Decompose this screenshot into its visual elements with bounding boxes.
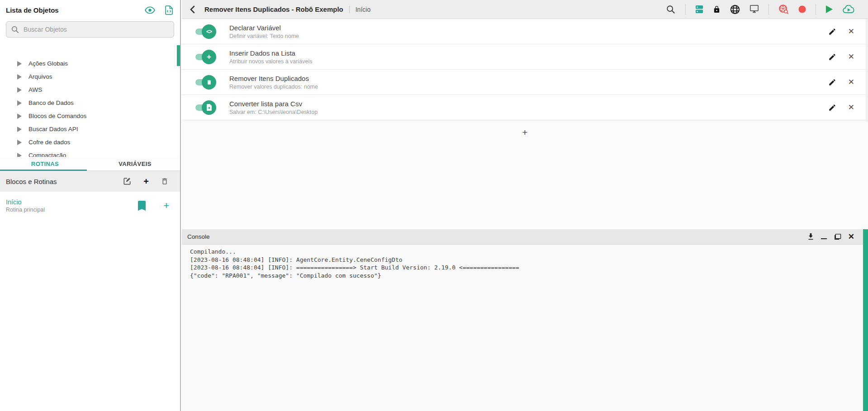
add-routine-icon[interactable]: + — [163, 201, 169, 211]
search-input[interactable] — [24, 26, 169, 33]
back-icon[interactable] — [189, 5, 195, 14]
step-subtitle: Definir variável: Texto nome — [229, 33, 828, 39]
breadcrumb-divider — [349, 6, 350, 13]
edit-step-icon[interactable] — [828, 53, 836, 61]
download-log-icon[interactable] — [807, 233, 814, 241]
tree-item-acoes-globais[interactable]: Ações Globais — [0, 57, 180, 70]
record-search-icon[interactable] — [778, 4, 789, 14]
console-title: Console — [187, 233, 801, 240]
step-subtitle: Atribuir novos valores à variáveis — [229, 58, 828, 65]
tree-item-buscar-dados-api[interactable]: Buscar Dados API — [0, 123, 180, 136]
tree-item-arquivos[interactable]: Arquivos — [0, 70, 180, 83]
blocks-section-title: Blocos e Rotinas — [6, 178, 111, 185]
eye-icon[interactable] — [145, 6, 155, 14]
tree-item-cofre-de-dados[interactable]: Cofre de dados — [0, 136, 180, 149]
console-output: Compilando... [2023-08-16 08:48:04] [INF… — [182, 245, 868, 279]
tree-item-blocos-de-comandos[interactable]: Blocos de Comandos — [0, 109, 180, 123]
edit-step-icon[interactable] — [828, 28, 836, 36]
topbar-actions — [666, 4, 861, 15]
server-list-icon[interactable] — [695, 5, 703, 14]
console-panel: Console ✕ Compilando... [2023-08-16 08:4… — [182, 229, 868, 411]
bookmark-icon[interactable] — [138, 201, 146, 211]
routine-subtitle: Rotina principal — [6, 207, 138, 213]
expand-arrow-icon[interactable] — [17, 113, 22, 119]
sidebar-tabs: ROTINAS VARIÁVEIS — [0, 157, 180, 171]
topbar: Remover Itens Duplicados - Robô Exemplo … — [182, 0, 868, 19]
remove-step-icon[interactable]: ✕ — [848, 53, 854, 61]
divider — [768, 4, 769, 15]
minimize-console-icon[interactable] — [821, 235, 827, 239]
trash-toggle-icon — [202, 75, 216, 90]
add-step-button[interactable]: + — [522, 128, 527, 137]
record-icon[interactable] — [798, 5, 806, 13]
code-toggle-icon: <> — [202, 24, 216, 39]
console-line: [2023-08-16 08:48:04] [INFO]: ==========… — [190, 264, 859, 272]
page-title: Remover Itens Duplicados - Robô Exemplo — [204, 5, 343, 13]
cloud-run-icon[interactable] — [843, 5, 854, 14]
tree-scrollbar-thumb[interactable] — [177, 45, 180, 66]
sidebar-header: Lista de Objetos — [0, 0, 180, 18]
expand-arrow-icon[interactable] — [17, 74, 22, 80]
breadcrumb-inicio[interactable]: Início — [356, 6, 370, 13]
console-header: Console ✕ — [182, 229, 868, 245]
step-toggle[interactable]: + — [195, 54, 217, 60]
step-title: Declarar Variável — [229, 24, 828, 32]
play-icon[interactable] — [825, 5, 833, 14]
expand-arrow-icon[interactable] — [17, 140, 22, 145]
edit-square-icon[interactable] — [123, 177, 132, 186]
monitor-icon[interactable] — [749, 5, 759, 14]
expand-arrow-icon[interactable] — [17, 153, 22, 157]
editor-scrollbar-track[interactable] — [866, 19, 868, 122]
console-line: {"code": "RPA001", "message": "Compilado… — [190, 272, 859, 280]
sidebar: Lista de Objetos Ações Globais Arquivos … — [0, 0, 181, 411]
step-toggle[interactable] — [195, 79, 217, 85]
divider — [685, 4, 686, 15]
step-subtitle: Salvar em: C:\Users\leona\Desktop — [229, 109, 828, 115]
console-line: [2023-08-16 08:48:04] [INFO]: AgentCore.… — [190, 256, 859, 264]
blocks-section-header: Blocos e Rotinas + — [0, 171, 180, 192]
plus-toggle-icon: + — [202, 50, 216, 64]
console-line: Compilando... — [190, 248, 859, 256]
step-title: Converter lista para Csv — [229, 100, 828, 108]
tab-rotinas[interactable]: ROTINAS — [0, 157, 90, 170]
object-tree: Ações Globais Arquivos AWS Banco de Dado… — [0, 45, 180, 157]
lock-icon[interactable] — [713, 5, 721, 14]
remove-step-icon[interactable]: ✕ — [848, 78, 854, 86]
globe-icon[interactable] — [730, 5, 740, 14]
divider — [816, 4, 816, 15]
file-toggle-icon — [202, 100, 216, 115]
step-row-remover-duplicados[interactable]: Remover Itens Duplicados Remover valores… — [182, 70, 868, 95]
expand-arrow-icon[interactable] — [17, 127, 22, 132]
step-row-converter-csv[interactable]: Converter lista para Csv Salvar em: C:\U… — [182, 95, 868, 120]
step-title: Remover Itens Duplicados — [229, 75, 828, 82]
code-file-icon[interactable] — [165, 5, 173, 15]
expand-arrow-icon[interactable] — [17, 87, 22, 93]
delete-block-icon[interactable] — [161, 177, 169, 186]
tree-item-aws[interactable]: AWS — [0, 83, 180, 96]
step-subtitle: Remover valores duplicados: nome — [229, 84, 828, 90]
search-icon — [11, 25, 19, 34]
console-scrollbar-thumb[interactable] — [863, 229, 868, 411]
step-title: Inserir Dados na Lista — [229, 49, 828, 57]
sidebar-title: Lista de Objetos — [6, 6, 135, 14]
step-toggle[interactable] — [195, 104, 217, 111]
add-block-icon[interactable]: + — [143, 177, 149, 186]
search-icon[interactable] — [666, 5, 676, 14]
tab-variaveis[interactable]: VARIÁVEIS — [90, 157, 180, 170]
step-row-declarar-variavel[interactable]: <> Declarar Variável Definir variável: T… — [182, 19, 868, 44]
step-toggle[interactable]: <> — [195, 28, 217, 35]
workflow-editor: <> Declarar Variável Definir variável: T… — [182, 19, 868, 229]
routine-item-inicio[interactable]: Início Rotina principal + — [0, 192, 180, 220]
close-console-icon[interactable]: ✕ — [848, 233, 854, 241]
tree-item-compactacao[interactable]: Compactação — [0, 149, 180, 157]
restore-console-icon[interactable] — [834, 233, 841, 241]
remove-step-icon[interactable]: ✕ — [848, 104, 854, 111]
tree-item-banco-de-dados[interactable]: Banco de Dados — [0, 96, 180, 109]
expand-arrow-icon[interactable] — [17, 61, 22, 66]
search-box — [6, 21, 174, 38]
expand-arrow-icon[interactable] — [17, 100, 22, 106]
edit-step-icon[interactable] — [828, 104, 836, 112]
remove-step-icon[interactable]: ✕ — [848, 28, 854, 35]
edit-step-icon[interactable] — [828, 78, 836, 86]
step-row-inserir-dados[interactable]: + Inserir Dados na Lista Atribuir novos … — [182, 44, 868, 70]
